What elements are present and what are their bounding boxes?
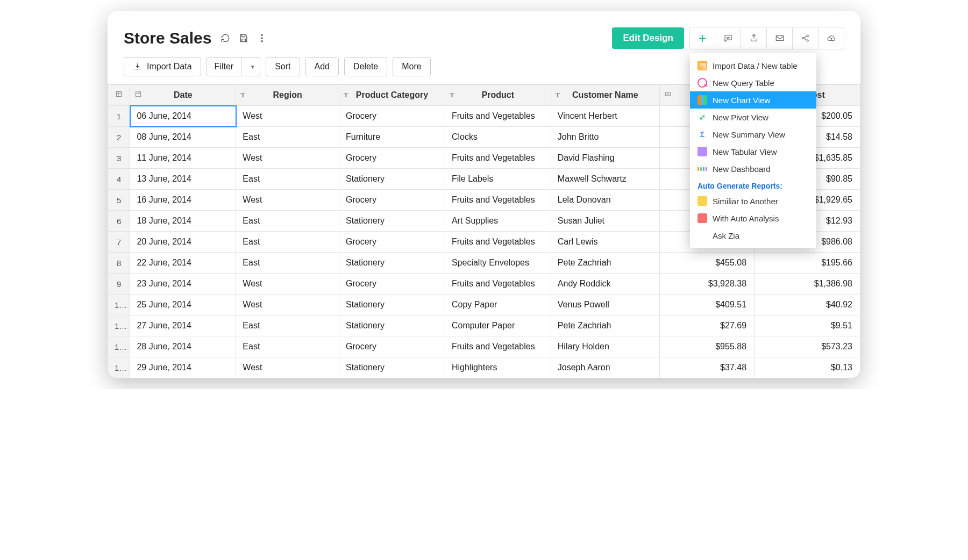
cell-sales[interactable]: $455.08 — [659, 253, 754, 274]
more-options-icon[interactable] — [257, 33, 267, 44]
cell-region[interactable]: East — [236, 169, 339, 190]
cell-product[interactable]: Highlighters — [445, 357, 551, 378]
comment-button[interactable] — [715, 27, 741, 49]
menu-with-auto-analysis[interactable]: With Auto Analysis — [690, 210, 816, 227]
cell-region[interactable]: West — [236, 190, 339, 211]
menu-ask-zia[interactable]: Ask Zia — [690, 227, 816, 244]
import-data-button[interactable]: Import Data — [124, 57, 201, 76]
cell-customer[interactable]: Pete Zachriah — [551, 315, 659, 336]
cell-product[interactable]: Fruits and Vegetables — [445, 336, 551, 357]
cell-date[interactable]: 28 June, 2014 — [130, 336, 236, 357]
cell-product-category[interactable]: Grocery — [339, 106, 445, 127]
cell-product[interactable]: Fruits and Vegetables — [445, 232, 551, 253]
menu-import-data-new-table[interactable]: ▦ Import Data / New table — [690, 57, 816, 74]
cell-date[interactable]: 27 June, 2014 — [130, 315, 236, 336]
cell-product-category[interactable]: Furniture — [339, 127, 445, 148]
sort-button[interactable]: Sort — [266, 57, 300, 76]
edit-design-button[interactable]: Edit Design — [612, 27, 684, 49]
menu-new-query-table[interactable]: New Query Table — [690, 74, 816, 91]
cell-customer[interactable]: Lela Donovan — [551, 190, 659, 211]
cell-sales[interactable]: $37.48 — [659, 357, 754, 378]
cell-customer[interactable]: Venus Powell — [551, 295, 659, 315]
cell-date[interactable]: 23 June, 2014 — [130, 274, 236, 295]
cell-cost[interactable]: $9.51 — [755, 315, 860, 336]
cell-product[interactable]: Fruits and Vegetables — [445, 190, 551, 211]
cell-date[interactable]: 25 June, 2014 — [130, 295, 236, 315]
column-header-date[interactable]: Date — [130, 85, 236, 106]
cell-region[interactable]: West — [236, 148, 339, 169]
refresh-icon[interactable] — [220, 33, 231, 44]
cell-customer[interactable]: John Britto — [551, 127, 659, 148]
cell-region[interactable]: East — [236, 336, 339, 357]
export-button[interactable] — [741, 27, 767, 49]
cell-product-category[interactable]: Grocery — [339, 190, 445, 211]
chevron-down-icon[interactable]: ▾ — [246, 59, 260, 75]
cell-region[interactable]: East — [236, 253, 339, 274]
cell-product-category[interactable]: Stationery — [339, 253, 445, 274]
table-row[interactable]: 1127 June, 2014EastStationeryComputer Pa… — [108, 315, 860, 336]
cell-customer[interactable]: Andy Roddick — [551, 274, 659, 295]
cell-region[interactable]: West — [236, 106, 339, 127]
cell-customer[interactable]: Maxwell Schwartz — [551, 169, 659, 190]
cell-customer[interactable]: Susan Juliet — [551, 211, 659, 232]
cell-product[interactable]: File Labels — [445, 169, 551, 190]
table-row[interactable]: 822 June, 2014EastStationerySpecialty En… — [108, 253, 860, 274]
cell-date[interactable]: 11 June, 2014 — [130, 148, 236, 169]
cell-date[interactable]: 16 June, 2014 — [130, 190, 236, 211]
cell-region[interactable]: East — [236, 127, 339, 148]
cell-date[interactable]: 06 June, 2014 — [130, 106, 236, 127]
cell-date[interactable]: 13 June, 2014 — [130, 169, 236, 190]
cell-cost[interactable]: $0.13 — [755, 357, 860, 378]
mail-button[interactable] — [767, 27, 793, 49]
cell-product[interactable]: Fruits and Vegetables — [445, 106, 551, 127]
cell-region[interactable]: West — [236, 295, 339, 315]
cell-product-category[interactable]: Grocery — [339, 274, 445, 295]
add-button[interactable]: Add — [305, 57, 339, 76]
share-button[interactable] — [793, 27, 818, 49]
cell-region[interactable]: East — [236, 211, 339, 232]
cell-product[interactable]: Computer Paper — [445, 315, 551, 336]
cell-product-category[interactable]: Stationery — [339, 357, 445, 378]
cell-date[interactable]: 22 June, 2014 — [130, 253, 236, 274]
table-row[interactable]: 1025 June, 2014WestStationeryCopy PaperV… — [108, 295, 860, 315]
cell-cost[interactable]: $195.66 — [755, 253, 860, 274]
more-button[interactable]: More — [393, 57, 430, 76]
cell-date[interactable]: 18 June, 2014 — [130, 211, 236, 232]
menu-new-tabular-view[interactable]: New Tabular View — [690, 143, 816, 160]
cell-product[interactable]: Art Supplies — [445, 211, 551, 232]
menu-new-dashboard[interactable]: New Dashboard — [690, 160, 816, 177]
table-row[interactable]: 1329 June, 2014WestStationeryHighlighter… — [108, 357, 860, 378]
filter-button[interactable]: Filter ▾ — [207, 57, 261, 76]
cell-product[interactable]: Fruits and Vegetables — [445, 148, 551, 169]
column-header-product[interactable]: T Product — [445, 85, 551, 106]
cell-region[interactable]: East — [236, 232, 339, 253]
cell-product-category[interactable]: Grocery — [339, 232, 445, 253]
cell-cost[interactable]: $573.23 — [755, 336, 860, 357]
cell-customer[interactable]: Joseph Aaron — [551, 357, 659, 378]
cell-date[interactable]: 29 June, 2014 — [130, 357, 236, 378]
column-header-customer-name[interactable]: T Customer Name — [551, 85, 659, 106]
save-icon[interactable] — [238, 33, 249, 44]
menu-similar-to-another[interactable]: Similiar to Another — [690, 192, 816, 210]
delete-button[interactable]: Delete — [344, 57, 387, 76]
table-row[interactable]: 1228 June, 2014EastGroceryFruits and Veg… — [108, 336, 860, 357]
cell-sales[interactable]: $27.69 — [659, 315, 754, 336]
cell-customer[interactable]: David Flashing — [551, 148, 659, 169]
column-header-product-category[interactable]: T Product Category — [339, 85, 445, 106]
cell-product-category[interactable]: Stationery — [339, 169, 445, 190]
cell-cost[interactable]: $40.92 — [755, 295, 860, 315]
cell-sales[interactable]: $409.51 — [659, 295, 754, 315]
cell-customer[interactable]: Pete Zachriah — [551, 253, 659, 274]
menu-new-summary-view[interactable]: Σ New Summary View — [690, 126, 816, 143]
cell-product[interactable]: Copy Paper — [445, 295, 551, 315]
cell-product-category[interactable]: Grocery — [339, 336, 445, 357]
cell-product-category[interactable]: Stationery — [339, 295, 445, 315]
table-row[interactable]: 923 June, 2014WestGroceryFruits and Vege… — [108, 274, 860, 295]
menu-new-chart-view[interactable]: New Chart View — [690, 91, 816, 109]
cell-product[interactable]: Clocks — [445, 127, 551, 148]
cell-product[interactable]: Specialty Envelopes — [445, 253, 551, 274]
cell-sales[interactable]: $955.88 — [659, 336, 754, 357]
cell-product[interactable]: Fruits and Vegetables — [445, 274, 551, 295]
add-new-button[interactable]: ＋ — [689, 27, 715, 49]
cell-date[interactable]: 20 June, 2014 — [130, 232, 236, 253]
